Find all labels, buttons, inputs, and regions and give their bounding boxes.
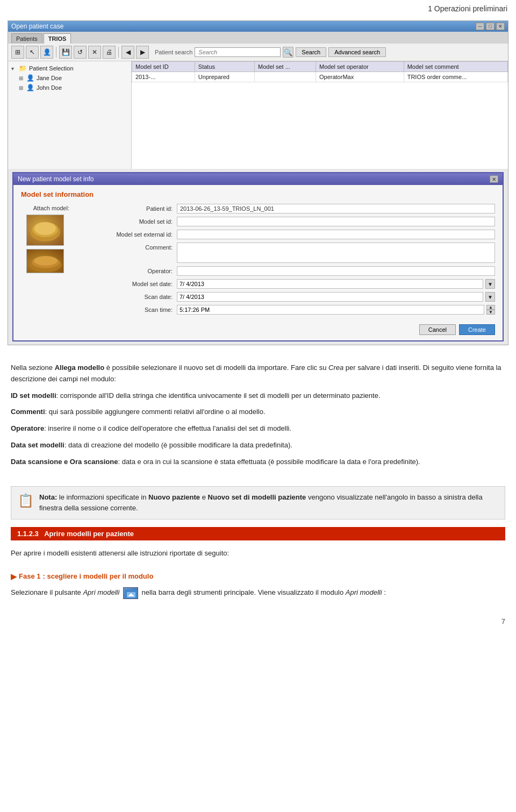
def-4: : data di creazione del modello (è possi…	[64, 441, 292, 449]
step-1-post: nella barra degli strumenti principale. …	[142, 588, 346, 596]
term-bold-2: Commenti	[11, 408, 45, 416]
model-thumbnail-lower	[26, 249, 64, 273]
advanced-search-button[interactable]: Advanced search	[328, 47, 386, 57]
tab-trios[interactable]: TRIOS	[44, 33, 71, 44]
screenshot-area: Open patient case ─ □ ✕ Patients TRIOS ⊞…	[8, 20, 508, 345]
body-text: Nella sezione Allega modello è possibile…	[0, 355, 516, 481]
cursor-button[interactable]: ↖	[26, 46, 39, 59]
patient-search-label: Patient search	[155, 49, 192, 55]
term-bold-3: Operatore	[11, 424, 44, 432]
print-button[interactable]: 🖨	[103, 46, 116, 59]
search-input[interactable]	[195, 47, 281, 57]
toolbar-separator	[56, 47, 56, 58]
list-item[interactable]: ⊞ 👤 John Doe	[19, 83, 129, 92]
cell-status: Unprepared	[195, 72, 254, 82]
paragraph-1: Nella sezione Allega modello è possibile…	[11, 362, 505, 385]
undo-button[interactable]: ↺	[74, 46, 87, 59]
tab-patients[interactable]: Patients	[11, 33, 42, 44]
prev-button[interactable]: ◀	[121, 46, 134, 59]
person-icon-0: 👤	[26, 74, 35, 82]
cancel-button[interactable]: Cancel	[419, 324, 456, 335]
col-header-0: Model set ID	[132, 62, 195, 72]
operator-label: Operator:	[76, 266, 173, 274]
section-title: Aprire modelli per paziente	[44, 530, 134, 538]
model-set-id-label: Model set id:	[76, 217, 173, 225]
step-1-end: :	[384, 588, 386, 596]
scan-date-label: Scan date:	[76, 292, 173, 300]
child-expand-0[interactable]: ⊞	[19, 75, 26, 81]
model-set-date-label: Model set date:	[76, 279, 173, 287]
def-3: : inserire il nome o il codice dell'oper…	[44, 424, 291, 432]
operator-input[interactable]	[177, 266, 495, 276]
comment-input[interactable]	[177, 243, 495, 263]
modal-box: New patient model set info ✕ Model set i…	[12, 172, 504, 341]
cell-model-id: 2013-...	[132, 72, 195, 82]
cell-comment: TRIOS order comme...	[404, 72, 507, 82]
modal-close-button[interactable]: ✕	[490, 175, 498, 183]
note-box: 📋 Nota: le informazioni specificate in N…	[11, 486, 505, 519]
create-button[interactable]: Create	[459, 324, 495, 335]
model-set-date-picker-button[interactable]: ▼	[485, 279, 495, 289]
modal-title: New patient model set info	[18, 175, 94, 183]
save-button[interactable]: 💾	[59, 46, 72, 59]
data-table: Model set ID Status Model set ... Model …	[132, 61, 508, 82]
search-icon-button[interactable]: 🔍	[283, 47, 293, 58]
crea-italic: Crea	[328, 364, 343, 372]
nuovo-set-bold: Nuovo set di modelli paziente	[208, 493, 306, 501]
step-para: Per aprire i modelli esistenti attenersi…	[11, 548, 505, 559]
minimize-button[interactable]: ─	[476, 23, 484, 30]
term-bold-4: Data set modelli	[11, 441, 64, 449]
section-id: 1.1.2.3	[17, 530, 39, 538]
term-commenti: Commenti: qui sarà possibile aggiungere …	[11, 407, 505, 418]
step-1-pre: Selezionare il pulsante	[11, 588, 83, 596]
col-header-3: Model set operator	[316, 62, 404, 72]
maximize-button[interactable]: □	[486, 23, 494, 30]
col-header-4: Model set comment	[404, 62, 507, 72]
apri-modelli-italic-2: Apri modelli	[346, 588, 382, 596]
folder-icon: 📁	[19, 65, 27, 72]
svg-point-2	[34, 222, 56, 235]
scan-date-picker-button[interactable]: ▼	[485, 292, 495, 302]
child-expand-1[interactable]: ⊞	[19, 85, 26, 91]
note-text-pre: le informazioni specificate in	[57, 493, 148, 501]
time-increment-button[interactable]: ▲	[486, 305, 495, 310]
step-intro: Per aprire i modelli esistenti attenersi…	[0, 546, 516, 567]
nuovo-paziente-bold: Nuovo paziente	[148, 493, 200, 501]
modal-titlebar: New patient model set info ✕	[13, 173, 503, 185]
sidebar-tree: ▾ 📁 Patient Selection ⊞ 👤 Jane Doe ⊞ 👤 J…	[8, 61, 131, 95]
step-1-label: Fase 1	[19, 572, 40, 580]
model-set-date-row: ▼	[177, 279, 495, 289]
scan-time-input[interactable]	[177, 305, 484, 315]
col-header-1: Status	[195, 62, 254, 72]
scan-time-label: Scan time:	[76, 305, 173, 313]
patient-id-value: 2013-06-26_13-59_TRIOS_LN_001	[177, 204, 495, 213]
time-decrement-button[interactable]: ▼	[486, 310, 495, 315]
close-button[interactable]: ✕	[496, 23, 505, 30]
list-item[interactable]: ⊞ 👤 Jane Doe	[19, 73, 129, 83]
cell-operator: OperatorMax	[316, 72, 404, 82]
scan-date-input[interactable]	[177, 292, 483, 302]
person-button[interactable]: 👤	[40, 46, 53, 59]
person-icon-1: 👤	[26, 84, 35, 91]
apri-modelli-italic: Apri modelli	[83, 588, 119, 596]
comment-label: Comment:	[76, 243, 173, 251]
model-set-ext-input[interactable]	[177, 230, 495, 239]
next-button[interactable]: ▶	[136, 46, 149, 59]
search-button[interactable]: Search	[296, 47, 326, 57]
step-1-title: : scegliere i modelli per il modulo	[42, 572, 153, 580]
step-1-heading: ▶ Fase 1 : scegliere i modelli per il mo…	[11, 572, 505, 581]
model-set-date-input[interactable]	[177, 279, 483, 289]
form-grid: Patient id: 2013-06-26_13-59_TRIOS_LN_00…	[76, 204, 495, 315]
nota-bold: Nota:	[39, 493, 57, 501]
search-bar: Patient search 🔍 Search Advanced search	[155, 47, 386, 58]
term-operatore: Operatore: inserire il nome o il codice …	[11, 423, 505, 435]
toolbar-separator-2	[118, 47, 119, 58]
grid-view-button[interactable]: ⊞	[11, 46, 24, 59]
scan-time-row: ▲ ▼	[177, 305, 495, 315]
window-controls: ─ □ ✕	[476, 23, 505, 30]
delete-button[interactable]: ✕	[88, 46, 101, 59]
toolbar: ⊞ ↖ 👤 💾 ↺ ✕ 🖨 ◀ ▶ Patient search 🔍 Searc…	[8, 44, 508, 61]
model-set-id-input[interactable]	[177, 217, 495, 226]
table-row[interactable]: 2013-... Unprepared OperatorMax TRIOS or…	[132, 72, 508, 82]
tree-expand-icon[interactable]: ▾	[11, 66, 19, 72]
